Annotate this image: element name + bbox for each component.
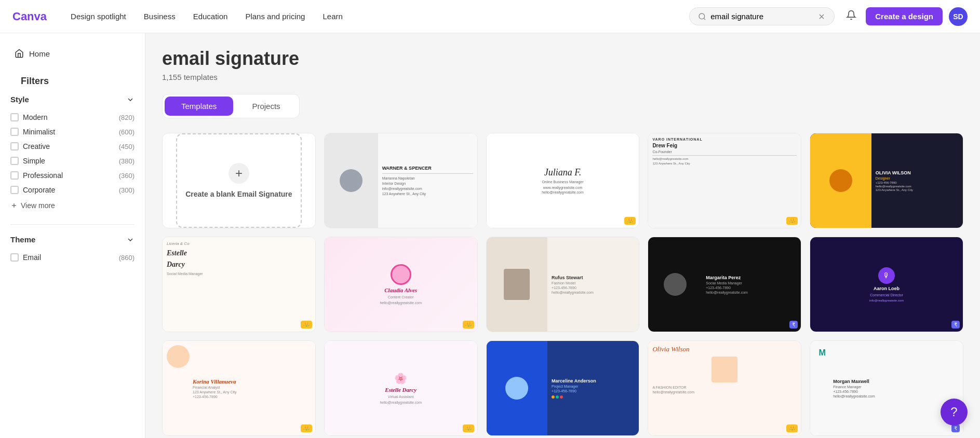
premium-badge: ₹ [951, 321, 960, 328]
page-subtitle: 1,155 templates [162, 73, 963, 81]
modern-checkbox[interactable] [10, 113, 19, 121]
nav-education[interactable]: Education [186, 8, 235, 25]
modern-label: Modern [23, 113, 115, 121]
filters-section: Filters Style Modern (820) Minimalist (6… [0, 67, 145, 218]
create-design-button[interactable]: Create a design [866, 7, 943, 25]
creative-count: (450) [119, 143, 135, 150]
template-olivia-wilson-1[interactable]: OLIVIA WILSON Designer +123-456-7890 hel… [810, 133, 963, 228]
sidebar-home[interactable]: Home [4, 44, 141, 63]
nav-actions: Create a design SD [843, 7, 968, 26]
premium-badge: 👑 [301, 321, 312, 328]
plus-icon [10, 202, 18, 209]
premium-badge: 👑 [786, 217, 798, 225]
content-area: email signature 1,155 templates Template… [145, 33, 980, 438]
theme-chevron-icon [126, 236, 135, 244]
template-warner-spencer[interactable]: WARNER & SPENCER Marianna Napoletan Inte… [324, 133, 478, 228]
premium-badge: 👑 [786, 425, 798, 432]
creative-checkbox[interactable] [10, 142, 19, 150]
minimalist-count: (600) [119, 128, 135, 136]
sidebar-home-label: Home [29, 49, 50, 58]
premium-badge: ₹ [951, 425, 960, 432]
view-more-styles[interactable]: View more [10, 197, 135, 214]
professional-count: (360) [119, 172, 135, 180]
template-drew-feig[interactable]: VARO INTERNATIONAL Drew Feig Co-Founder … [648, 133, 801, 228]
create-blank-inner[interactable]: + Create a blank Email Signature [176, 133, 301, 228]
canva-logo[interactable]: Canva [12, 10, 47, 23]
premium-badge: 👑 [624, 217, 636, 225]
template-korina-villanueva[interactable]: Korina Villanueva Financial Analyst 123 … [162, 340, 316, 436]
theme-email[interactable]: Email (860) [10, 250, 135, 265]
style-creative[interactable]: Creative (450) [10, 139, 135, 154]
filters-heading: Filters [10, 72, 135, 95]
professional-label: Professional [23, 171, 115, 180]
search-clear-icon[interactable] [817, 12, 826, 21]
nav-learn[interactable]: Learn [315, 8, 350, 25]
template-margarita-perez[interactable]: Margarita Perez Social Media Manager +12… [648, 237, 801, 332]
style-simple[interactable]: Simple (380) [10, 154, 135, 168]
tab-projects[interactable]: Projects [235, 97, 297, 116]
corporate-count: (300) [119, 186, 135, 194]
avatar[interactable]: SD [949, 7, 968, 26]
tabs-bar: Templates Projects [162, 94, 300, 118]
theme-section: Theme Email (860) [0, 231, 145, 269]
simple-count: (380) [119, 157, 135, 165]
sidebar: Home Filters Style Modern (820) Minimali… [0, 33, 145, 438]
topnav: Canva Design spotlight Business Educatio… [0, 0, 980, 33]
main-layout: Home Filters Style Modern (820) Minimali… [0, 33, 980, 438]
search-input[interactable] [710, 12, 813, 21]
sidebar-divider [10, 224, 135, 225]
template-juliana[interactable]: Juliana F. Online Business Manager www.r… [486, 133, 640, 228]
nav-plans-pricing[interactable]: Plans and pricing [238, 8, 312, 25]
premium-badge: ₹ [789, 321, 798, 328]
simple-label: Simple [23, 157, 115, 165]
template-rufus-fashion[interactable]: Rufus Stewart Fashion Model +123-456-789… [486, 237, 640, 332]
style-filter-title[interactable]: Style [10, 95, 135, 104]
search-icon [698, 12, 706, 21]
premium-badge: 👑 [463, 321, 474, 328]
modern-count: (820) [119, 114, 135, 121]
tab-templates[interactable]: Templates [165, 97, 233, 116]
style-professional[interactable]: Professional (360) [10, 168, 135, 183]
svg-point-0 [699, 13, 705, 19]
style-minimalist[interactable]: Minimalist (600) [10, 125, 135, 139]
nav-design-spotlight[interactable]: Design spotlight [63, 8, 133, 25]
nav-links: Design spotlight Business Education Plan… [63, 8, 689, 25]
template-olivia-wilson-2[interactable]: Olivia Wilson A FASHION EDITOR hello@rea… [648, 340, 801, 436]
chatbot-button[interactable]: ? [941, 399, 968, 426]
template-morgan-maxwell[interactable]: M Morgan Maxwell Finance Manager +123-45… [810, 340, 963, 436]
style-modern[interactable]: Modern (820) [10, 110, 135, 125]
template-claudia-alves[interactable]: Claudia Alves Content Creator hello@real… [324, 237, 478, 332]
home-icon [15, 49, 24, 58]
minimalist-label: Minimalist [23, 128, 115, 136]
svg-line-1 [704, 18, 705, 20]
plus-icon-large: + [229, 163, 249, 184]
creative-label: Creative [23, 142, 115, 150]
email-count: (860) [119, 254, 135, 262]
template-aaron-loeb[interactable]: 🎙 Aaron Loeb Commercial Director info@re… [810, 237, 963, 332]
page-title: email signature [162, 48, 963, 70]
simple-checkbox[interactable] [10, 157, 19, 165]
template-estelle-darcy-2[interactable]: 🌸 Estelle Darcy Virtual Assistant hello@… [324, 340, 478, 436]
professional-checkbox[interactable] [10, 171, 19, 180]
search-bar[interactable] [689, 7, 835, 25]
create-blank-card[interactable]: + Create a blank Email Signature [162, 133, 316, 228]
notifications-button[interactable] [843, 7, 860, 26]
premium-badge: 👑 [301, 425, 312, 432]
email-label: Email [23, 253, 115, 262]
template-marceline-anderson[interactable]: Marceline Anderson Project Manager +123-… [486, 340, 640, 436]
theme-filter-title[interactable]: Theme [10, 235, 135, 244]
style-corporate[interactable]: Corporate (300) [10, 183, 135, 197]
email-checkbox[interactable] [10, 253, 19, 262]
nav-business[interactable]: Business [137, 8, 183, 25]
corporate-label: Corporate [23, 186, 115, 194]
style-filter-items: Modern (820) Minimalist (600) Creative (… [10, 110, 135, 197]
minimalist-checkbox[interactable] [10, 128, 19, 136]
corporate-checkbox[interactable] [10, 186, 19, 194]
template-grid: + Create a blank Email Signature WARNER … [162, 133, 963, 438]
template-estelle-darcy-1[interactable]: Liceria & Co Estelle Darcy Social Media … [162, 237, 316, 332]
style-chevron-icon [126, 95, 135, 104]
premium-badge: 👑 [463, 425, 474, 432]
create-blank-label: Create a blank Email Signature [177, 190, 300, 198]
